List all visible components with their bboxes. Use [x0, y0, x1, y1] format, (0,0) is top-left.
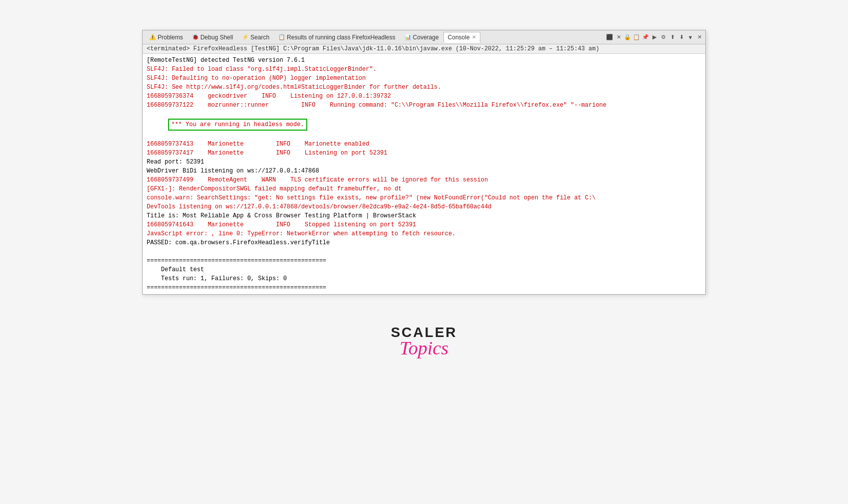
console-header: <terminated> FirefoxHeadless [TestNG] C:…	[143, 44, 705, 54]
scroll-lock-icon[interactable]: 🔒	[624, 33, 632, 41]
console-line: 1668059737413 Marionette INFO Marionette…	[147, 140, 701, 149]
copy-icon[interactable]: 📋	[633, 33, 640, 41]
console-line-highlight: *** You are running in headless mode.	[147, 110, 701, 140]
console-line: Default test	[147, 265, 701, 274]
tab-coverage[interactable]: 📊 Coverage	[400, 32, 443, 43]
settings-icon[interactable]: ⚙	[659, 33, 667, 41]
console-separator-bottom: ========================================…	[147, 283, 701, 292]
problems-icon: ⚠️	[149, 34, 156, 40]
pin-icon[interactable]: 📌	[641, 33, 649, 41]
maximize-icon[interactable]: ⬆	[668, 33, 676, 41]
console-line: WebDriver BiDi listening on ws://127.0.0…	[147, 167, 701, 175]
console-line: Title is: Most Reliable App & Cross Brow…	[147, 211, 701, 220]
console-line: console.warn: SearchSettings: "get: No s…	[147, 193, 701, 202]
tab-problems[interactable]: ⚠️ Problems	[145, 32, 188, 43]
console-line: SLF4J: Defaulting to no-operation (NOP) …	[147, 74, 701, 83]
run-icon[interactable]: ▶	[650, 33, 658, 41]
console-line: JavaScript error: , line 0: TypeError: N…	[147, 229, 701, 238]
tab-search[interactable]: ⚡ Search	[237, 32, 274, 43]
debug-icon: 🐞	[192, 34, 199, 40]
ide-window: ⚠️ Problems 🐞 Debug Shell ⚡ Search 📋 Res…	[142, 30, 706, 295]
console-line: DevTools listening on ws://127.0.0.1:478…	[147, 202, 701, 211]
console-line: 1668059737417 Marionette INFO Listening …	[147, 149, 701, 158]
console-line: SLF4J: See http://www.slf4j.org/codes.ht…	[147, 83, 701, 92]
search-icon: ⚡	[242, 34, 249, 40]
minimize-icon[interactable]: ⬇	[677, 33, 685, 41]
tab-console[interactable]: Console ✕	[443, 32, 480, 43]
console-line: 1668059736374 geckodriver INFO Listening…	[147, 92, 701, 101]
console-line: Tests run: 1, Failures: 0, Skips: 0	[147, 274, 701, 283]
close-icon[interactable]: ✕	[472, 34, 476, 40]
console-line: 1668059737499 RemoteAgent WARN TLS certi…	[147, 175, 701, 184]
console-line: Read port: 52391	[147, 158, 701, 167]
console-body: [RemoteTestNG] detected TestNG version 7…	[143, 54, 705, 294]
headless-mode-highlight: *** You are running in headless mode.	[168, 119, 307, 131]
console-line: 1668059737122 mozrunner::runner INFO Run…	[147, 101, 701, 110]
console-line: [GFX1-]: RenderCompositorSWGL failed map…	[147, 184, 701, 193]
console-line: PASSED: com.qa.browsers.FirefoxHeadless.…	[147, 238, 701, 247]
dropdown-icon[interactable]: ▼	[686, 33, 694, 41]
tab-debug-shell[interactable]: 🐞 Debug Shell	[188, 32, 237, 43]
logo-section: SCALER Topics	[391, 325, 457, 357]
tab-results[interactable]: 📋 Results of running class FirefoxHeadle…	[274, 32, 400, 43]
clear-icon[interactable]: ✕	[615, 33, 623, 41]
console-line: SLF4J: Failed to load class "org.slf4j.i…	[147, 65, 701, 74]
tab-bar: ⚠️ Problems 🐞 Debug Shell ⚡ Search 📋 Res…	[143, 30, 705, 44]
coverage-icon: 📊	[405, 34, 412, 40]
console-separator-top: ========================================…	[147, 256, 701, 265]
close-window-icon[interactable]: ✕	[695, 33, 703, 41]
console-line: 1668059741643 Marionette INFO Stopped li…	[147, 220, 701, 229]
logo-bottom: Topics	[400, 338, 448, 357]
console-line-empty	[147, 247, 701, 256]
console-line: [RemoteTestNG] detected TestNG version 7…	[147, 56, 701, 65]
toolbar-icons: ⬛ ✕ 🔒 📋 📌 ▶ ⚙ ⬆ ⬇ ▼ ✕	[606, 33, 703, 41]
stop-icon[interactable]: ⬛	[606, 33, 614, 41]
results-icon: 📋	[278, 34, 285, 40]
